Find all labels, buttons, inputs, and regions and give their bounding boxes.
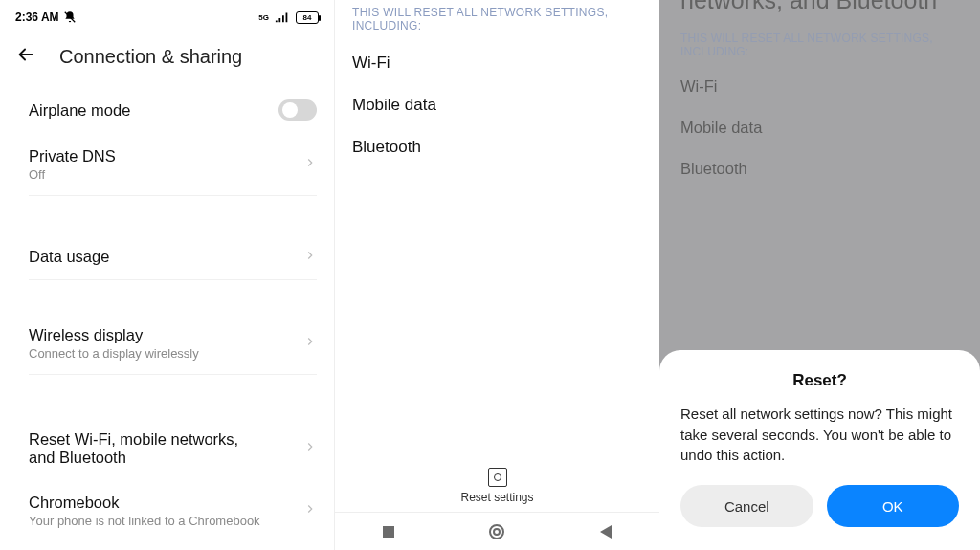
dnd-icon (63, 11, 77, 24)
reset-icon (488, 468, 507, 487)
signal-icon (275, 11, 290, 23)
ok-label: OK (882, 498, 903, 515)
status-bar: 2:36 AM 5G 84 (0, 0, 334, 29)
header: Connection & sharing (0, 29, 334, 78)
nav-recent-icon[interactable] (383, 526, 394, 538)
reset-network-screen: THIS WILL RESET ALL NETWORK SETTINGS, IN… (334, 0, 659, 550)
reset-confirm-screen: networks, and Bluetooth THIS WILL RESET … (659, 0, 980, 550)
row-private-dns[interactable]: Private DNS Off (0, 134, 334, 195)
row-label: Private DNS (29, 147, 116, 165)
nav-back-icon[interactable] (600, 525, 612, 539)
chevron-right-icon (303, 335, 317, 352)
status-time: 2:36 AM (15, 11, 59, 24)
row-label: Data usage (29, 248, 109, 266)
reset-button-label: Reset settings (460, 491, 533, 504)
nav-home-icon[interactable] (489, 524, 504, 539)
row-label: Airplane mode (29, 101, 130, 120)
row-label: Wireless display (29, 326, 199, 344)
reset-hint: THIS WILL RESET ALL NETWORK SETTINGS, IN… (335, 0, 659, 42)
row-label: Chromebook (29, 494, 260, 512)
chevron-right-icon (303, 440, 317, 457)
row-data-usage[interactable]: Data usage (0, 234, 334, 279)
row-sublabel: Your phone is not linked to a Chromebook (29, 514, 260, 528)
chevron-right-icon (303, 502, 317, 519)
cancel-button[interactable]: Cancel (680, 485, 813, 527)
battery-icon: 84 (296, 11, 319, 24)
row-sublabel: Off (29, 167, 116, 182)
reset-item-mobile: Mobile data (335, 84, 659, 126)
reset-settings-button[interactable]: Reset settings (335, 468, 659, 512)
cancel-label: Cancel (724, 498, 769, 515)
dialog-title: Reset? (680, 371, 959, 390)
ok-button[interactable]: OK (827, 485, 960, 527)
chevron-right-icon (303, 156, 317, 173)
row-chromebook[interactable]: Chromebook Your phone is not linked to a… (0, 480, 334, 541)
row-reset-network[interactable]: Reset Wi-Fi, mobile networks, and Blueto… (0, 417, 334, 480)
battery-level: 84 (303, 13, 312, 22)
confirm-dialog: Reset? Reset all network settings now? T… (659, 350, 980, 550)
row-sublabel: Connect to a display wirelessly (29, 346, 199, 361)
dialog-message: Reset all network settings now? This mig… (680, 404, 959, 466)
row-airplane-mode[interactable]: Airplane mode (0, 86, 334, 134)
network-5g-icon: 5G (258, 13, 269, 22)
row-label: Reset Wi-Fi, mobile networks, and Blueto… (29, 430, 258, 467)
android-nav-bar (335, 512, 659, 550)
settings-connection-screen: 2:36 AM 5G 84 Connection & sharing Airp (0, 0, 334, 550)
chevron-right-icon (303, 249, 317, 266)
back-icon[interactable] (15, 44, 36, 69)
row-wireless-display[interactable]: Wireless display Connect to a display wi… (0, 313, 334, 374)
reset-item-wifi: Wi-Fi (335, 42, 659, 84)
reset-item-bluetooth: Bluetooth (335, 126, 659, 168)
airplane-toggle[interactable] (278, 99, 317, 121)
page-title: Connection & sharing (59, 46, 242, 68)
